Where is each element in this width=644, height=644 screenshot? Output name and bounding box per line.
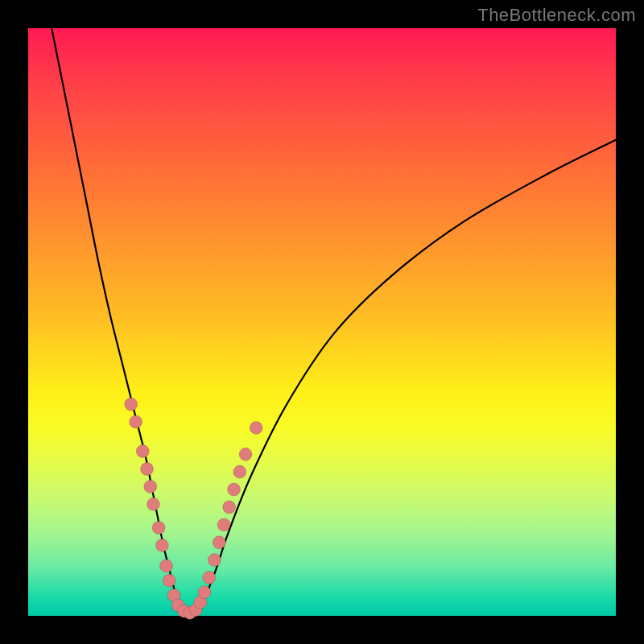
marker-group xyxy=(125,398,263,619)
marker-dot xyxy=(152,522,165,535)
bottleneck-curve xyxy=(52,28,616,617)
marker-dot xyxy=(198,586,211,599)
marker-dot xyxy=(250,421,262,434)
marker-dot xyxy=(203,572,216,584)
marker-dot xyxy=(239,448,252,460)
marker-dot xyxy=(125,398,138,411)
marker-dot xyxy=(160,559,173,572)
marker-dot xyxy=(144,480,157,493)
marker-dot xyxy=(233,465,246,478)
marker-dot xyxy=(130,415,142,428)
curve-svg xyxy=(28,28,616,616)
marker-dot xyxy=(223,501,236,514)
marker-dot xyxy=(217,518,230,531)
chart-frame: TheBottleneck.com xyxy=(0,0,644,644)
marker-dot xyxy=(147,497,160,510)
marker-dot xyxy=(163,574,175,587)
marker-dot xyxy=(228,483,241,496)
marker-dot xyxy=(213,536,225,549)
marker-dot xyxy=(136,445,149,458)
marker-dot xyxy=(155,539,168,551)
marker-dot xyxy=(208,554,221,567)
marker-dot xyxy=(141,463,154,476)
watermark-text: TheBottleneck.com xyxy=(477,5,636,26)
plot-area xyxy=(28,28,616,616)
